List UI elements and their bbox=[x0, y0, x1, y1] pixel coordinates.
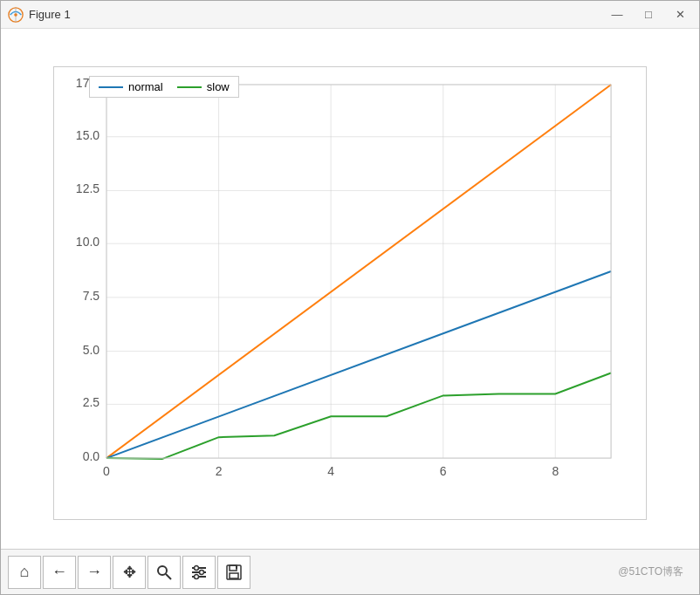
app-icon bbox=[8, 7, 24, 23]
green-line bbox=[106, 373, 611, 460]
svg-point-1 bbox=[14, 13, 17, 17]
title-bar: Figure 1 — □ ✕ bbox=[1, 1, 699, 29]
svg-rect-41 bbox=[236, 566, 237, 569]
svg-point-35 bbox=[195, 565, 199, 570]
home-button[interactable]: ⌂ bbox=[8, 556, 41, 589]
chart-svg: 0.0 2.5 5.0 7.5 10.0 12.5 15.0 17.5 0 2 … bbox=[106, 85, 628, 475]
chart-area: normal slow bbox=[1, 29, 699, 549]
minimize-button[interactable]: — bbox=[605, 6, 629, 24]
plot-container: normal slow bbox=[53, 66, 647, 520]
svg-text:2.5: 2.5 bbox=[83, 395, 100, 409]
forward-button[interactable]: → bbox=[78, 556, 111, 589]
close-button[interactable]: ✕ bbox=[668, 6, 692, 24]
blue-line bbox=[106, 271, 611, 458]
svg-text:15.0: 15.0 bbox=[76, 128, 100, 142]
legend-item-normal: normal bbox=[99, 80, 163, 93]
legend-label-slow: slow bbox=[207, 80, 230, 93]
svg-rect-39 bbox=[230, 565, 237, 571]
pan-button[interactable]: ✥ bbox=[113, 556, 146, 589]
plot-inner: 0.0 2.5 5.0 7.5 10.0 12.5 15.0 17.5 0 2 … bbox=[106, 85, 628, 475]
svg-text:7.5: 7.5 bbox=[83, 289, 100, 303]
zoom-icon bbox=[155, 564, 173, 581]
svg-text:8: 8 bbox=[552, 464, 559, 478]
legend-line-slow bbox=[177, 86, 202, 88]
svg-text:10.0: 10.0 bbox=[76, 235, 100, 249]
svg-text:5.0: 5.0 bbox=[83, 343, 100, 357]
svg-text:6: 6 bbox=[440, 464, 447, 478]
svg-text:0.0: 0.0 bbox=[83, 449, 100, 463]
legend-item-slow: slow bbox=[177, 80, 230, 93]
svg-text:2: 2 bbox=[216, 464, 223, 478]
svg-point-37 bbox=[195, 574, 199, 578]
toolbar-buttons: ⌂ ← → ✥ bbox=[8, 556, 250, 589]
svg-line-31 bbox=[166, 574, 171, 579]
zoom-button[interactable] bbox=[148, 556, 181, 589]
legend-label-normal: normal bbox=[128, 80, 163, 93]
svg-point-30 bbox=[158, 566, 167, 575]
title-bar-controls: — □ ✕ bbox=[605, 6, 692, 24]
back-button[interactable]: ← bbox=[43, 556, 76, 589]
svg-text:0: 0 bbox=[103, 464, 110, 478]
svg-text:4: 4 bbox=[327, 464, 334, 478]
save-icon bbox=[225, 564, 243, 581]
legend-line-normal bbox=[99, 86, 123, 88]
svg-text:12.5: 12.5 bbox=[76, 181, 100, 195]
maximize-button[interactable]: □ bbox=[636, 6, 661, 24]
svg-point-36 bbox=[200, 570, 204, 574]
window-title: Figure 1 bbox=[29, 8, 71, 21]
watermark: @51CTO博客 bbox=[618, 564, 683, 579]
toolbar: ⌂ ← → ✥ bbox=[1, 549, 699, 594]
orange-line bbox=[106, 85, 611, 458]
save-button[interactable] bbox=[217, 556, 250, 589]
title-bar-left: Figure 1 bbox=[8, 7, 71, 23]
legend-box: normal slow bbox=[89, 76, 239, 98]
main-window: Figure 1 — □ ✕ normal slow bbox=[0, 0, 700, 595]
configure-button[interactable] bbox=[182, 556, 216, 589]
svg-rect-40 bbox=[230, 573, 238, 578]
configure-icon bbox=[190, 564, 208, 581]
